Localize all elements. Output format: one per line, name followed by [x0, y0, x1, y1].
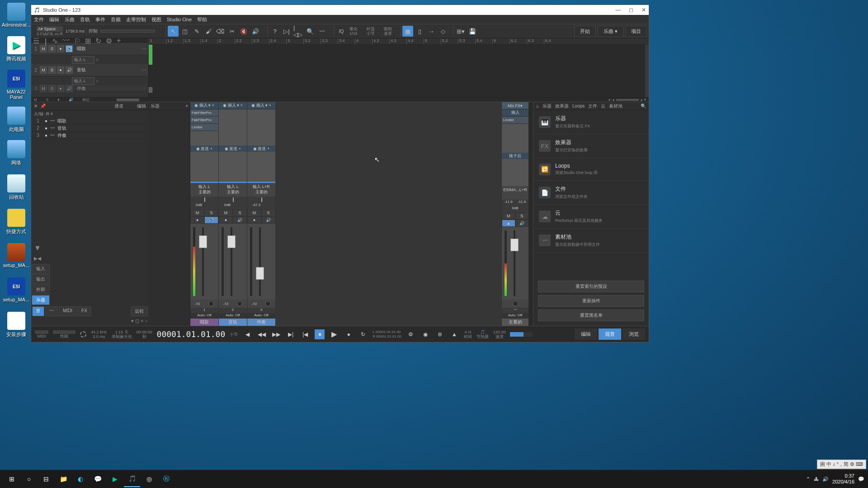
knob-1[interactable] — [208, 301, 214, 306]
fader-2[interactable] — [227, 235, 236, 248]
browser-cat-2[interactable]: 🔁Loops浏览Studio One loop 库 — [533, 158, 649, 181]
menu-event[interactable]: 事件 — [95, 16, 105, 23]
erase-tool[interactable]: ⌫ — [215, 26, 226, 37]
menu-edit[interactable]: 编辑 — [49, 16, 59, 23]
tray-volume[interactable]: 🔊 — [822, 476, 829, 482]
reset-blacklist-button[interactable]: 重置黑名单 — [538, 310, 644, 321]
solo-ch-2[interactable]: S — [233, 209, 247, 216]
solo-2[interactable]: S — [48, 66, 56, 74]
rec-2[interactable]: ● — [57, 66, 64, 74]
track-row-2[interactable]: 2 M S ● 🔊 音轨 〰 — [31, 64, 148, 76]
zoom-button[interactable]: 🔍 — [305, 26, 316, 37]
snap-cursor-button[interactable]: → — [426, 26, 437, 37]
tab-files[interactable]: 文件 — [588, 103, 597, 109]
browser-cat-5[interactable]: 〰素材池显示此首歌曲中所用文件 — [533, 229, 649, 253]
mon-ch-2[interactable]: 🔊 — [233, 216, 247, 224]
pan-2[interactable] — [219, 197, 247, 203]
knob-3[interactable] — [265, 301, 271, 306]
k-app[interactable]: Ⓚ — [158, 471, 175, 487]
automation-icon[interactable]: ∿ — [52, 38, 58, 45]
master-solo[interactable]: S — [515, 212, 529, 220]
play-button[interactable]: ▶ — [329, 329, 339, 339]
record-button[interactable]: ● — [344, 329, 354, 339]
chan-row-1[interactable]: 1●〰唱歌 — [31, 117, 149, 125]
chname-1[interactable]: 唱歌 — [190, 319, 218, 326]
line-tool-icon[interactable]: ⎮ — [44, 38, 47, 45]
help-button[interactable]: ? — [269, 26, 280, 37]
btn-wave-view[interactable]: 〰 — [45, 306, 58, 316]
stop-button[interactable]: ■ — [315, 329, 325, 339]
video-app[interactable]: ▶ — [107, 471, 123, 487]
autoscroll-button[interactable]: ▷| — [281, 26, 292, 37]
desktop-icon-admin[interactable]: Administrat... — [1, 3, 32, 28]
desktop-icon-install[interactable]: 安装步骤 — [1, 312, 32, 338]
precount-button[interactable]: ⊚ — [435, 329, 445, 339]
tab-loops[interactable]: Loops — [572, 103, 585, 108]
split-tool[interactable]: ✂ — [226, 26, 237, 37]
chan-row-2[interactable]: 2●〰音轨 — [31, 125, 149, 132]
menu-help[interactable]: 帮助 — [197, 16, 207, 23]
chname-3[interactable]: 伴奏 — [247, 319, 275, 326]
home-icon[interactable]: ⌂ — [536, 103, 539, 108]
mute-tool[interactable]: 🔇 — [238, 26, 249, 37]
ripple-button[interactable]: 〰 — [316, 26, 327, 37]
master-insert[interactable]: Limiter — [502, 117, 528, 124]
rtz-button[interactable]: ◀ — [242, 329, 252, 339]
tray-network[interactable]: 🖧 — [814, 476, 819, 482]
search-icon[interactable]: 🔍 — [641, 103, 646, 108]
browser-cat-3[interactable]: 📄文件浏览文件或文件夹 — [533, 181, 649, 205]
menu-track[interactable]: 音轨 — [80, 16, 90, 23]
expand-icon[interactable]: ▼ — [34, 244, 41, 252]
input-dd-2[interactable]: 输入 L — [72, 77, 94, 85]
master-knob[interactable] — [513, 301, 518, 306]
desktop-icon-shortcut[interactable]: 快捷方式 — [1, 209, 32, 235]
rec-ch-1[interactable]: ● — [190, 216, 204, 224]
maximize-button[interactable]: ◻ — [629, 7, 633, 13]
btn-instr[interactable]: 乐器 — [32, 295, 50, 305]
snap-event-button[interactable]: ▯ — [414, 26, 425, 37]
minimize-button[interactable]: ― — [615, 7, 621, 13]
solo-ch-1[interactable]: S — [204, 209, 218, 216]
btn-fx[interactable]: FX — [77, 306, 91, 316]
browser-cat-0[interactable]: 🎹乐器显示乐器和备注 FX — [533, 110, 649, 134]
fader-1[interactable] — [199, 235, 207, 248]
mon-1[interactable]: 🔊 — [66, 45, 73, 52]
tab-project[interactable]: 项目 — [625, 26, 647, 37]
menu-transport[interactable]: 走带控制 — [126, 16, 146, 23]
browser-cat-4[interactable]: ☁云PreSonus 商店及其他服务 — [533, 205, 649, 229]
mute-2[interactable]: M — [40, 66, 47, 74]
loop-button[interactable]: ↻ — [358, 329, 368, 339]
tab-instruments[interactable]: 乐器 — [542, 103, 552, 109]
flag-icon[interactable]: ⚐ — [74, 38, 80, 45]
btn-ext[interactable]: 外部 — [32, 285, 50, 295]
mon-ch-1[interactable]: 🔊 — [204, 216, 218, 224]
fader-3[interactable] — [256, 267, 264, 280]
menu-song[interactable]: 乐曲 — [65, 16, 75, 23]
mute-ch-3[interactable]: M — [247, 209, 261, 216]
track-row-3[interactable]: 3 M S ● 🔊 伴奏 — [31, 85, 148, 92]
insert-slot[interactable]: FabFilterPro — [190, 117, 218, 124]
play-icon[interactable]: ▸◂ — [34, 254, 41, 262]
tab-effects[interactable]: 效果器 — [555, 103, 569, 109]
wave-icon[interactable]: 〰 — [62, 38, 70, 45]
view-edit[interactable]: 编辑 — [575, 328, 597, 340]
studioone-app[interactable]: 🎵 — [124, 471, 140, 487]
titlebar[interactable]: 🎵 Studio One - 123 ― ◻ ✕ — [31, 5, 649, 15]
mon-ch-3[interactable]: 🔊 — [261, 216, 275, 224]
tab-pool[interactable]: 素材池 — [609, 103, 623, 109]
pan-1[interactable] — [190, 197, 218, 203]
iq-button[interactable]: IQ — [336, 26, 347, 37]
insert-slot[interactable]: FabFilterPro — [190, 109, 218, 117]
gear-icon[interactable]: ⚙ — [106, 38, 112, 45]
tray-chevron[interactable]: ⌃ — [806, 476, 810, 482]
desktop-icon-maya[interactable]: ESIMAYA22 Panel — [1, 70, 32, 100]
main-counter[interactable]: 00001.01.01.00 — [157, 329, 226, 339]
reset-index-button[interactable]: 重置索引的预设 — [538, 281, 644, 292]
rec-1[interactable]: ● — [57, 45, 64, 52]
menu-view[interactable]: 视图 — [151, 16, 161, 23]
snap-grid-button[interactable]: ▦ — [402, 26, 413, 37]
btn-perf[interactable]: 远程 — [131, 306, 148, 316]
menu-file[interactable]: 文件 — [34, 16, 44, 23]
save-button[interactable]: 💾 — [467, 26, 478, 37]
close-button[interactable]: ✕ — [642, 7, 646, 13]
